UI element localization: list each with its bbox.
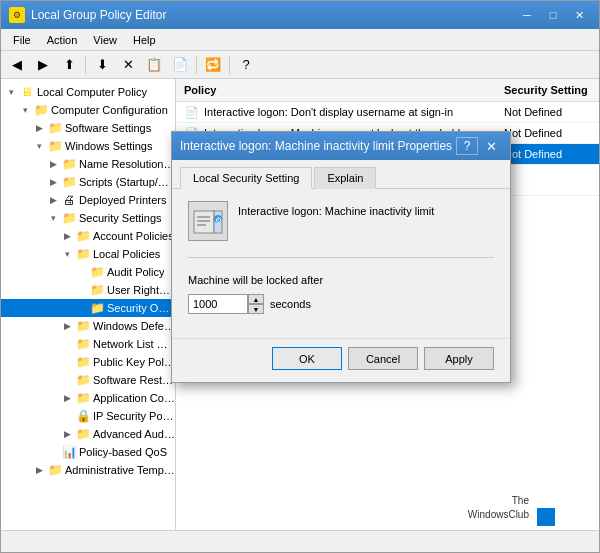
- dialog-tabs: Local Security Setting Explain: [172, 160, 510, 189]
- ok-button[interactable]: OK: [272, 347, 342, 370]
- seconds-input[interactable]: [188, 294, 248, 314]
- dialog-lock-section: Machine will be locked after ▲ ▼ seconds: [188, 274, 494, 314]
- dialog-content: ⚙ Interactive logon: Machine inactivity …: [172, 189, 510, 338]
- tab-local-security-label: Local Security Setting: [193, 172, 299, 184]
- dialog-title-bar: Interactive logon: Machine inactivity li…: [172, 132, 510, 160]
- dialog-spinner: ▲ ▼: [188, 294, 264, 314]
- spinner-down-button[interactable]: ▼: [248, 304, 264, 314]
- dialog-lock-label: Machine will be locked after: [188, 274, 494, 286]
- dialog-title: Interactive logon: Machine inactivity li…: [180, 139, 452, 153]
- svg-rect-0: [194, 211, 214, 233]
- dialog-title-controls: ? ✕: [456, 137, 502, 155]
- svg-text:⚙: ⚙: [215, 216, 222, 225]
- dialog-policy-title: Interactive logon: Machine inactivity li…: [238, 201, 434, 217]
- seconds-unit-label: seconds: [270, 298, 311, 310]
- spinner-up-button[interactable]: ▲: [248, 294, 264, 304]
- dialog-overlay: Interactive logon: Machine inactivity li…: [1, 1, 599, 552]
- dialog-footer: OK Cancel Apply: [172, 338, 510, 382]
- dialog-policy-info: ⚙ Interactive logon: Machine inactivity …: [188, 201, 494, 241]
- dialog-help-button[interactable]: ?: [456, 137, 478, 155]
- main-window: ⚙ Local Group Policy Editor ─ □ ✕ File A…: [0, 0, 600, 553]
- dialog-divider: [188, 257, 494, 258]
- cancel-button[interactable]: Cancel: [348, 347, 418, 370]
- apply-button[interactable]: Apply: [424, 347, 494, 370]
- spinner-buttons: ▲ ▼: [248, 294, 264, 314]
- tab-explain[interactable]: Explain: [314, 167, 376, 189]
- dialog-policy-icon: ⚙: [188, 201, 228, 241]
- dialog-input-row: ▲ ▼ seconds: [188, 294, 494, 314]
- tab-explain-label: Explain: [327, 172, 363, 184]
- properties-dialog: Interactive logon: Machine inactivity li…: [171, 131, 511, 383]
- tab-local-security-setting[interactable]: Local Security Setting: [180, 167, 312, 189]
- dialog-close-button[interactable]: ✕: [480, 137, 502, 155]
